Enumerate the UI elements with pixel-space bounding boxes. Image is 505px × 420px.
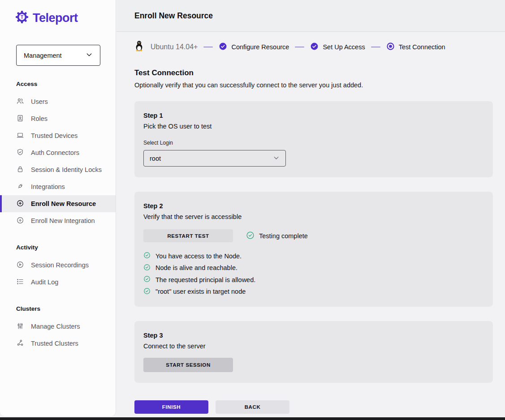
success-check-circle-icon: [143, 252, 151, 260]
testing-status-label: Testing complete: [259, 232, 308, 240]
stepper-step-label: Configure Resource: [231, 43, 289, 51]
sidebar-item-session-recordings[interactable]: Session Recordings: [0, 257, 116, 274]
step2-title: Step 2: [143, 202, 484, 210]
step1-description: Pick the OS user to test: [143, 123, 484, 130]
success-check-circle-icon: [143, 287, 151, 296]
sidebar-item-label: Enroll New Integration: [31, 217, 95, 224]
test-check-item: You have access to the Node.: [143, 252, 484, 260]
sidebar-item-label: Manage Clusters: [31, 323, 80, 330]
step3-description: Connect to the server: [143, 343, 484, 350]
check-label: "root" user exists in target node: [155, 288, 246, 295]
stepper-step-set-up-access: Set Up Access: [310, 42, 365, 52]
laptop-icon: [16, 131, 24, 141]
sidebar-item-label: Roles: [31, 115, 47, 122]
step2-card: Step 2 Verify that the server is accessi…: [134, 192, 493, 307]
sidebar-item-label: Trusted Clusters: [31, 340, 78, 347]
brand-wordmark: Teleport: [33, 11, 78, 25]
select-login-value: root: [150, 155, 161, 162]
test-check-item: Node is alive and reachable.: [143, 264, 484, 272]
sidebar-item-trusted-clusters[interactable]: Trusted Clusters: [0, 335, 116, 352]
sidebar-item-manage-clusters[interactable]: Manage Clusters: [0, 318, 116, 335]
users-icon: [16, 97, 24, 107]
plug-icon: [16, 182, 24, 192]
chevron-down-icon: [86, 51, 93, 60]
restart-test-button[interactable]: RESTART TEST: [143, 229, 233, 242]
stepper-step-configure-resource: Configure Resource: [219, 42, 289, 52]
sidebar-section-access: Access: [16, 81, 116, 87]
plus-circle-icon: [16, 199, 24, 209]
bottom-bar: [0, 417, 505, 420]
stepper-connector: [295, 47, 304, 47]
page-header: Enroll New Resource: [117, 0, 505, 32]
sidebar-item-integrations[interactable]: Integrations: [0, 178, 116, 195]
finish-button[interactable]: FINISH: [134, 400, 208, 414]
sidebar-item-label: Enroll New Resource: [31, 200, 96, 207]
main-area: Enroll New Resource Ubuntu 14.04+ Config…: [117, 0, 505, 417]
brand-logo[interactable]: T Teleport: [0, 0, 116, 26]
lock-icon: [16, 165, 24, 175]
id-card-icon: [16, 114, 24, 124]
chevron-down-icon: [273, 154, 280, 163]
sidebar-item-label: Trusted Devices: [31, 132, 78, 139]
section-subtitle: Optionally verify that you can successfu…: [134, 81, 505, 89]
step1-title: Step 1: [143, 112, 484, 119]
sidebar-item-label: Users: [31, 98, 48, 105]
workspace-selector-value: Management: [24, 52, 62, 59]
stepper-step-label: Test Connection: [399, 43, 445, 51]
shield-check-icon: [16, 148, 24, 158]
sidebar-item-session-identity-locks[interactable]: Session & Identity Locks: [0, 161, 116, 178]
test-check-item: "root" user exists in target node: [143, 287, 484, 296]
step-active-dot-icon: [386, 42, 395, 52]
sidebar-item-label: Integrations: [31, 183, 65, 190]
sidebar-item-users[interactable]: Users: [0, 93, 116, 110]
sidebar-item-audit-log[interactable]: Audit Log: [0, 274, 116, 291]
sliders-icon: [16, 322, 24, 331]
step2-description: Verify that the server is accessible: [143, 213, 484, 220]
test-checks-list: You have access to the Node. Node is ali…: [143, 252, 484, 296]
sidebar-item-label: Audit Log: [31, 279, 58, 286]
stepper-connector: [371, 47, 380, 47]
sidebar-section-clusters: Clusters: [16, 305, 116, 312]
check-label: You have access to the Node.: [155, 253, 242, 260]
network-icon: [16, 339, 24, 348]
sidebar-item-trusted-devices[interactable]: Trusted Devices: [0, 127, 116, 144]
stepper-step-test-connection: Test Connection: [386, 42, 445, 52]
back-button[interactable]: BACK: [216, 400, 289, 414]
start-session-button[interactable]: START SESSION: [143, 358, 233, 372]
sidebar-item-enroll-new-resource[interactable]: Enroll New Resource: [0, 195, 116, 212]
sidebar-item-auth-connectors[interactable]: Auth Connectors: [0, 144, 116, 161]
sidebar-item-roles[interactable]: Roles: [0, 110, 116, 127]
test-check-item: The requested principal is allowed.: [143, 275, 484, 284]
teleport-gear-icon: T: [15, 10, 29, 26]
stepper-step-label: Set Up Access: [323, 43, 365, 51]
step-done-check-icon: [219, 42, 227, 52]
enroll-stepper: Ubuntu 14.04+ Configure Resource Set Up …: [117, 32, 505, 57]
sidebar-item-label: Session & Identity Locks: [31, 166, 102, 173]
svg-text:T: T: [21, 15, 23, 20]
step1-card: Step 1 Pick the OS user to test Select L…: [134, 101, 493, 177]
workspace-selector[interactable]: Management: [16, 45, 100, 66]
list-icon: [16, 278, 24, 287]
sidebar-item-label: Session Recordings: [31, 261, 89, 269]
step3-title: Step 3: [143, 332, 484, 339]
step3-card: Step 3 Connect to the server START SESSI…: [134, 321, 493, 383]
check-label: The requested principal is allowed.: [155, 276, 255, 283]
check-label: Node is alive and reachable.: [155, 264, 237, 271]
success-check-circle-icon: [143, 264, 151, 272]
success-check-circle-icon: [246, 231, 255, 241]
select-login-label: Select Login: [143, 140, 484, 146]
stepper-resource-label: Ubuntu 14.04+: [151, 43, 198, 51]
sidebar: T Teleport Management Access Users Roles…: [0, 0, 116, 416]
page-title: Enroll New Resource: [134, 11, 213, 21]
testing-status: Testing complete: [246, 231, 308, 241]
section-title: Test Connection: [134, 69, 505, 77]
select-login-dropdown[interactable]: root: [143, 150, 286, 167]
plus-circle-icon: [16, 216, 24, 226]
sidebar-item-enroll-new-integration[interactable]: Enroll New Integration: [0, 212, 116, 229]
play-circle-icon: [16, 261, 24, 270]
stepper-connector: [203, 47, 213, 47]
linux-tux-icon: [134, 40, 144, 53]
step-done-check-icon: [310, 42, 319, 52]
sidebar-section-activity: Activity: [16, 244, 116, 251]
success-check-circle-icon: [143, 275, 151, 284]
